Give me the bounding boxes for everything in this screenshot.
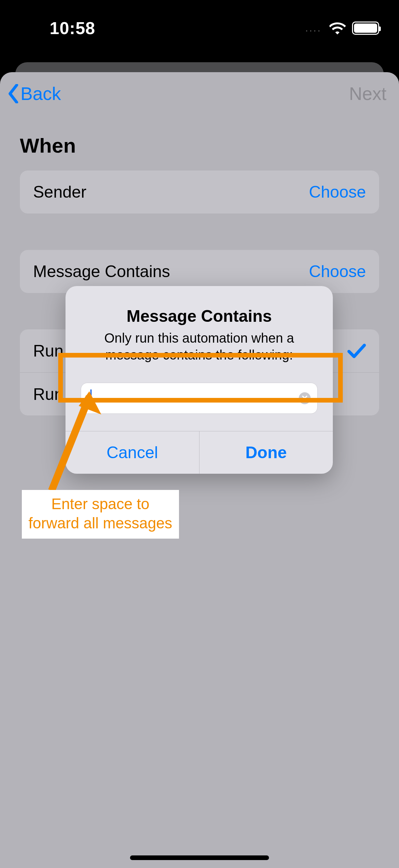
cancel-button[interactable]: Cancel (66, 431, 199, 474)
back-button[interactable]: Back (7, 83, 61, 104)
message-contains-alert: Message Contains Only run this automatio… (66, 286, 333, 474)
done-button[interactable]: Done (199, 431, 333, 474)
annotation-line-1: Enter space to (29, 495, 172, 514)
next-button[interactable]: Next (349, 83, 387, 104)
annotation-label: Enter space to forward all messages (22, 490, 179, 538)
sender-row[interactable]: Sender Choose (20, 170, 379, 214)
cellular-dots-icon: .... (305, 23, 322, 34)
clear-text-button[interactable] (299, 392, 311, 404)
sender-choose[interactable]: Choose (309, 182, 366, 202)
alert-title: Message Contains (81, 307, 318, 326)
status-time: 10:58 (49, 18, 95, 38)
sender-label: Sender (33, 182, 86, 202)
status-bar: 10:58 .... (0, 0, 399, 56)
alert-subtitle: Only run this automation when a message … (81, 330, 318, 364)
chevron-left-icon (7, 84, 19, 103)
page-title: When (0, 115, 399, 170)
x-icon (302, 395, 308, 401)
battery-icon (352, 22, 379, 35)
checkmark-icon (347, 343, 366, 359)
message-contains-label: Message Contains (33, 262, 170, 281)
message-contains-input[interactable] (81, 383, 318, 414)
home-indicator[interactable] (130, 856, 269, 860)
sender-group: Sender Choose (20, 170, 379, 214)
wifi-icon (330, 22, 346, 34)
status-right: .... (305, 22, 379, 35)
nav-bar: Back Next (0, 72, 399, 115)
message-contains-choose[interactable]: Choose (309, 262, 366, 281)
annotation-line-2: forward all messages (29, 514, 172, 533)
back-label: Back (21, 83, 61, 104)
text-caret (90, 389, 92, 407)
